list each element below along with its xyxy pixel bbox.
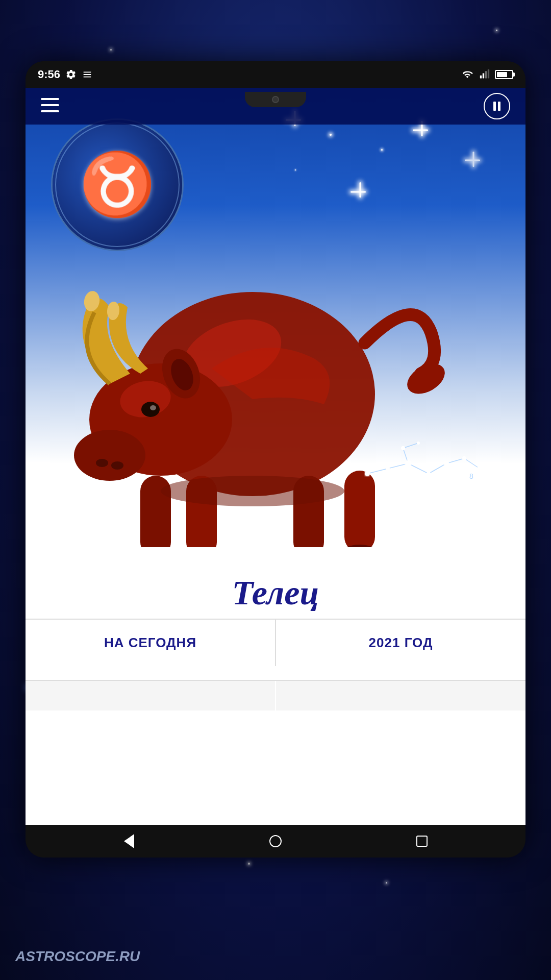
svg-point-46	[405, 460, 411, 467]
svg-point-51	[401, 446, 405, 450]
hero-area: ♉	[26, 88, 525, 557]
device-frame: 9:56	[26, 61, 525, 857]
partial-btn-left	[26, 681, 275, 710]
signal-icon	[479, 69, 491, 80]
sparkle-star-2	[472, 159, 474, 161]
sign-name-area: Телец	[26, 557, 525, 623]
recents-icon	[416, 836, 428, 847]
svg-line-38	[408, 463, 429, 474]
svg-point-47	[427, 472, 431, 476]
home-icon	[269, 835, 282, 847]
watermark-text: ASTROSCOPE.RU	[15, 948, 140, 965]
storage-icon	[82, 69, 93, 80]
wifi-icon	[460, 69, 474, 80]
recents-button[interactable]	[412, 831, 432, 851]
status-bar: 9:56	[26, 61, 525, 88]
svg-rect-2	[485, 71, 487, 78]
svg-point-13	[74, 430, 145, 481]
svg-rect-6	[41, 110, 59, 112]
svg-rect-7	[493, 102, 496, 111]
back-icon	[124, 834, 134, 848]
camera-bump	[245, 92, 306, 107]
today-button[interactable]: НА СЕГОДНЯ	[26, 620, 275, 666]
android-nav	[26, 825, 525, 857]
svg-line-43	[403, 443, 418, 448]
svg-line-36	[367, 469, 388, 474]
zodiac-circle: ♉	[51, 118, 184, 251]
svg-text:8: 8	[469, 472, 473, 480]
camera-lens	[272, 96, 279, 103]
buttons-row2	[26, 680, 525, 710]
svg-point-33	[161, 476, 344, 506]
svg-point-44	[365, 471, 370, 476]
time-display: 9:56	[38, 68, 60, 81]
sign-name: Телец	[232, 573, 319, 612]
year2021-button[interactable]: 2021 ГОД	[276, 620, 525, 666]
svg-point-14	[96, 459, 108, 467]
svg-line-37	[388, 463, 408, 469]
svg-rect-4	[41, 98, 59, 100]
svg-point-52	[417, 442, 420, 445]
svg-line-41	[464, 458, 480, 469]
status-icons	[460, 69, 513, 80]
svg-point-15	[111, 461, 123, 470]
sparkle-star-3	[358, 190, 362, 194]
pause-button[interactable]	[484, 93, 510, 119]
svg-point-17	[150, 405, 156, 410]
svg-point-50	[477, 466, 482, 471]
svg-rect-3	[488, 69, 489, 79]
menu-button[interactable]	[41, 98, 59, 115]
gear-icon	[65, 69, 77, 80]
svg-line-39	[429, 463, 446, 474]
svg-point-48	[444, 461, 449, 466]
svg-rect-0	[480, 76, 482, 79]
svg-rect-8	[498, 102, 500, 111]
back-button[interactable]	[119, 831, 139, 851]
svg-rect-5	[41, 104, 59, 106]
sparkle-star-1	[420, 129, 423, 132]
constellation: 8	[357, 433, 485, 506]
svg-point-49	[462, 456, 466, 460]
home-button[interactable]	[265, 831, 286, 851]
app-content: ♉	[26, 88, 525, 825]
svg-point-45	[386, 467, 390, 471]
battery-icon	[495, 70, 513, 79]
svg-line-40	[446, 458, 464, 463]
partial-btn-right	[276, 681, 525, 710]
buttons-grid: НА СЕГОДНЯ 2021 ГОД	[26, 619, 525, 666]
svg-rect-1	[483, 74, 484, 79]
svg-point-16	[141, 402, 160, 417]
